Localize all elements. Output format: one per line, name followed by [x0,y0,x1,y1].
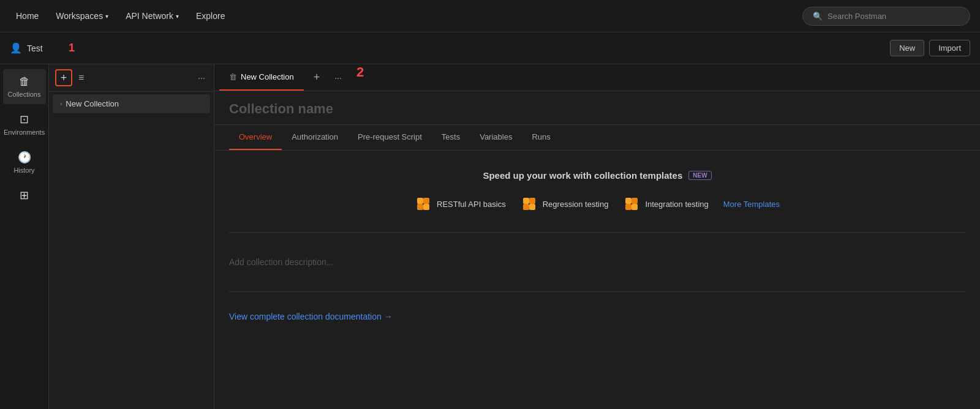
doc-link[interactable]: View complete collection documentation → [229,312,965,321]
template-cards: RESTful API basics Regression [415,195,780,212]
sub-tab-authorization[interactable]: Authorization [282,125,348,150]
main-layout: 🗑 Collections ⊡ Environments 🕐 History ⊞… [0,64,980,409]
sub-tab-tests[interactable]: Tests [432,125,470,150]
sub-tab-runs[interactable]: Runs [522,125,560,150]
second-row: 👤 Test 1 New Import [0,32,980,64]
svg-rect-2 [417,204,423,210]
new-button[interactable]: New [890,40,924,56]
filter-button[interactable]: ≡ [76,70,86,86]
environments-icon: ⊡ [20,113,29,126]
sub-tabs: Overview Authorization Pre-request Scrip… [214,125,980,151]
search-bar[interactable]: 🔍 Search Postman [802,7,970,26]
sidebar-item-collections[interactable]: 🗑 Collections [3,69,46,104]
username: Test [27,43,43,53]
templates-header: Speed up your work with collection templ… [483,170,711,181]
left-sidebar: 🗑 Collections ⊡ Environments 🕐 History ⊞ [0,64,49,409]
nav-workspaces[interactable]: Workspaces ▾ [50,7,115,24]
doc-link-text: View complete collection documentation → [229,312,393,321]
collections-label: Collections [8,91,41,98]
tabs-actions: + ··· [309,64,347,91]
chevron-right-icon: › [60,100,62,107]
new-badge: NEW [688,171,711,180]
svg-rect-0 [417,198,423,204]
history-label: History [13,167,34,174]
search-icon: 🔍 [813,12,823,21]
sub-tab-pre-request-script[interactable]: Pre-request Script [348,125,432,150]
collections-icon: 🗑 [19,75,30,88]
history-icon: 🕐 [18,151,31,164]
svg-rect-7 [529,204,535,210]
annotation-badge-1: 1 [69,42,75,54]
add-collection-button[interactable]: + [55,69,72,86]
svg-rect-9 [631,198,638,204]
svg-rect-8 [625,198,631,204]
collection-name-input[interactable] [229,101,965,117]
template-regression-icon [521,195,538,212]
nav-api-network[interactable]: API Network ▾ [119,7,185,24]
tab-collection-icon: 🗑 [229,72,237,81]
collections-panel: + ≡ ··· › New Collection [49,64,214,409]
description-area[interactable]: Add collection description... [229,233,965,292]
description-placeholder: Add collection description... [229,257,333,267]
svg-rect-6 [523,204,529,210]
user-area: 👤 Test [10,42,65,54]
nav-explore[interactable]: Explore [190,7,231,24]
panel-more-button[interactable]: ··· [195,70,208,85]
svg-rect-10 [625,204,631,210]
svg-rect-1 [423,198,429,204]
templates-section: Speed up your work with collection templ… [229,170,965,233]
tabs-bar: 🗑 New Collection + ··· 2 [214,64,980,91]
workspaces-chevron-icon: ▾ [105,13,108,20]
environments-label: Environments [4,129,45,136]
sidebar-item-addons[interactable]: ⊞ [3,182,46,208]
top-nav: Home Workspaces ▾ API Network ▾ Explore … [0,0,980,32]
svg-rect-3 [423,204,429,210]
tab-new-collection[interactable]: 🗑 New Collection [219,64,304,91]
content-body: Speed up your work with collection templ… [214,151,980,409]
toolbar-buttons: New Import [890,40,970,56]
more-templates-link[interactable]: More Templates [723,200,780,209]
addons-icon: ⊞ [20,189,29,202]
tabs-more-button[interactable]: ··· [330,70,347,85]
import-button[interactable]: Import [929,40,970,56]
user-icon: 👤 [10,42,22,54]
add-tab-button[interactable]: + [309,69,325,86]
svg-rect-4 [523,198,529,204]
sub-tab-variables[interactable]: Variables [470,125,522,150]
collection-list-item[interactable]: › New Collection [53,94,210,113]
sub-tab-overview[interactable]: Overview [229,125,282,150]
collection-item-name: New Collection [66,99,119,108]
svg-rect-5 [529,198,535,204]
nav-home[interactable]: Home [10,7,45,24]
template-card-regression[interactable]: Regression testing [521,195,609,212]
panel-toolbar: + ≡ ··· [49,64,214,92]
template-restful-icon [415,195,432,212]
sidebar-item-history[interactable]: 🕐 History [3,144,46,180]
api-network-chevron-icon: ▾ [176,13,179,20]
tab-name: New Collection [241,72,294,81]
template-card-integration[interactable]: Integration testing [623,195,708,212]
search-placeholder: Search Postman [827,12,886,21]
annotation-badge-2: 2 [356,64,364,91]
collection-name-area [214,91,980,125]
template-integration-icon [623,195,640,212]
sidebar-item-environments[interactable]: ⊡ Environments [3,107,46,142]
svg-rect-11 [631,204,638,210]
content-area: 🗑 New Collection + ··· 2 Overview Author… [214,64,980,409]
template-card-restful[interactable]: RESTful API basics [415,195,506,212]
